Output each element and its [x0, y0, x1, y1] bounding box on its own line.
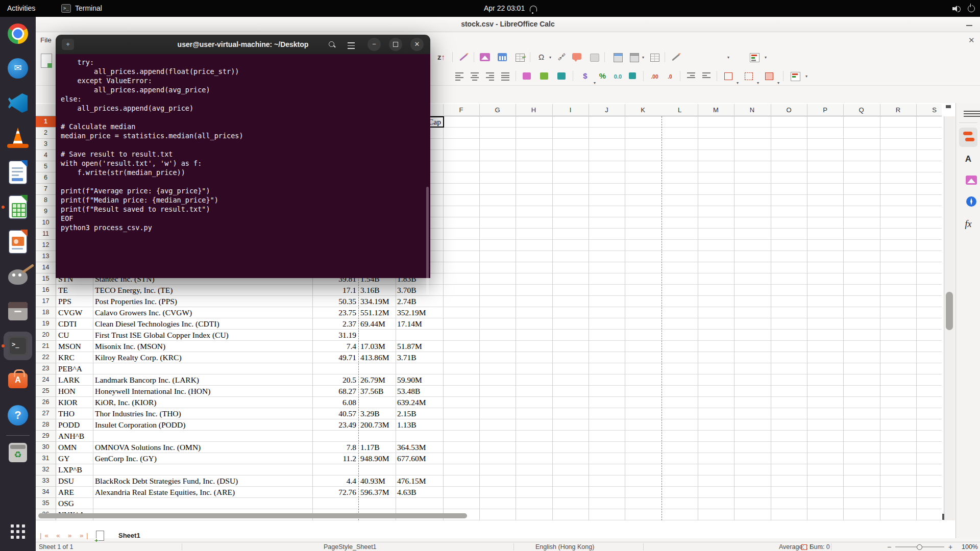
terminal-body[interactable]: try: all_prices.append(float(price_str))… — [56, 54, 430, 278]
column-header-H[interactable]: H — [516, 104, 552, 116]
dock-item-trash[interactable] — [6, 440, 30, 465]
insert-comment-icon[interactable] — [571, 51, 583, 63]
align-left-icon[interactable] — [453, 70, 466, 82]
column-header-P[interactable]: P — [807, 104, 843, 116]
table-row[interactable]: KIORKiOR, Inc. (KIOR)6.08639.24M — [36, 397, 942, 408]
terminal-close-button[interactable]: ✕ — [410, 38, 424, 51]
sidebar-functions-icon[interactable]: fx — [959, 216, 977, 233]
special-character-icon[interactable]: Ω — [535, 51, 548, 63]
clock-button[interactable]: Apr 22 03:01 — [484, 0, 537, 17]
hyperlink-icon[interactable]: 🔗︎ — [555, 51, 568, 63]
hamburger-menu-icon[interactable] — [345, 38, 358, 51]
new-tab-icon[interactable] — [62, 39, 74, 50]
column-header-J[interactable]: J — [589, 104, 625, 116]
activities-button[interactable]: Activities — [7, 0, 35, 17]
table-row[interactable]: THOThor Industries Inc. (THO)40.573.29B2… — [36, 408, 942, 419]
tab-sheet1[interactable]: Sheet1 — [112, 530, 146, 542]
percent-format-icon[interactable]: % — [596, 70, 609, 82]
table-row[interactable]: LARKLandmark Bancorp Inc. (LARK)20.526.7… — [36, 374, 942, 386]
vertical-scrollbar-thumb[interactable] — [946, 292, 953, 330]
column-header-O[interactable]: O — [771, 104, 807, 116]
power-icon[interactable] — [968, 5, 975, 12]
zoom-slider-knob[interactable] — [917, 544, 922, 550]
headers-footers-icon[interactable] — [588, 51, 601, 63]
row-header[interactable]: 5 — [36, 161, 56, 172]
conditional-styles-icon[interactable] — [789, 70, 802, 82]
terminal-maximize-button[interactable] — [389, 38, 402, 51]
currency-format-icon[interactable]: $▾ — [579, 70, 592, 82]
dock-item-vscode[interactable] — [6, 91, 30, 115]
zoom-in-icon[interactable]: + — [948, 542, 952, 551]
horizontal-scrollbar-thumb[interactable] — [38, 513, 467, 518]
row-header[interactable]: 9 — [36, 206, 56, 217]
freeze-rows-dropdown[interactable]: ▾ — [727, 55, 729, 60]
dock-item-vlc[interactable] — [6, 126, 30, 150]
clone-formatting-icon[interactable] — [457, 51, 470, 63]
close-document-icon[interactable]: ✕ — [968, 32, 975, 48]
indent-increase-icon[interactable] — [685, 70, 698, 82]
merge-cells-icon[interactable] — [538, 70, 551, 82]
column-header-Q[interactable]: Q — [843, 104, 879, 116]
horizontal-scrollbar[interactable] — [36, 513, 980, 519]
column-header-R[interactable]: R — [880, 104, 916, 116]
sort-descending-icon[interactable]: z↑ — [435, 51, 448, 63]
table-row[interactable]: CVGWCalavo Growers Inc. (CVGW)23.75551.1… — [36, 307, 942, 318]
row-header[interactable]: 6 — [36, 172, 56, 184]
zoom-out-icon[interactable]: − — [887, 542, 891, 551]
row-header[interactable]: 7 — [36, 184, 56, 195]
table-row[interactable]: OMNOMNOVA Solutions Inc. (OMN)7.81.17B36… — [36, 442, 942, 453]
column-header-F[interactable]: F — [443, 104, 479, 116]
table-row[interactable]: PPSPost Properties Inc. (PPS)50.35334.19… — [36, 296, 942, 307]
row-header[interactable]: 12 — [36, 240, 56, 251]
conditional-formatting-icon[interactable] — [748, 51, 761, 63]
number-format-icon[interactable]: 0.0 — [611, 70, 624, 82]
column-header-I[interactable]: I — [552, 104, 589, 116]
row-header[interactable]: 8 — [36, 195, 56, 206]
zoom-level[interactable]: 100% — [955, 542, 978, 551]
vertical-scrollbar[interactable] — [944, 116, 955, 520]
sidebar-properties-icon[interactable] — [959, 128, 977, 147]
special-character-dropdown[interactable]: ▾ — [549, 55, 551, 60]
insert-image-icon[interactable] — [479, 51, 492, 63]
row-header-1[interactable]: 1 — [36, 116, 56, 128]
draw-line-icon[interactable] — [670, 51, 682, 63]
sheet-nav-arrows[interactable]: |« « » »| — [40, 532, 91, 539]
borders-icon[interactable]: ▾ — [722, 70, 734, 82]
table-row[interactable]: ANH^B — [36, 431, 942, 442]
volume-icon[interactable] — [952, 6, 960, 12]
show-grid-icon[interactable] — [648, 51, 661, 63]
table-row[interactable]: CUFirst Trust ISE Global Copper Index (C… — [36, 330, 942, 341]
insert-chart-icon[interactable] — [496, 51, 509, 63]
dock-item-chrome[interactable] — [6, 21, 30, 46]
terminal-minimize-button[interactable]: − — [368, 38, 381, 51]
table-row[interactable]: OSG — [36, 498, 942, 509]
border-style-icon[interactable]: ▾ — [742, 70, 755, 82]
terminal-title-bar[interactable]: user@user-virtual-machine: ~/Desktop − ✕ — [56, 35, 430, 55]
date-format-icon[interactable] — [627, 70, 640, 82]
merge-center-icon[interactable] — [521, 70, 533, 82]
wrap-text-icon[interactable] — [555, 70, 568, 82]
table-row[interactable]: AREAlexandria Real Estate Equities, Inc.… — [36, 487, 942, 498]
column-header-N[interactable]: N — [734, 104, 770, 116]
calc-title-bar[interactable]: stock.csv - LibreOffice Calc — [36, 17, 980, 32]
row-header[interactable]: 3 — [36, 139, 56, 150]
row-header[interactable]: 13 — [36, 251, 56, 262]
insert-pivot-table-icon[interactable]: ↵ — [513, 51, 526, 63]
table-row[interactable]: TETECO Energy, Inc. (TE)17.13.16B3.70B — [36, 285, 942, 296]
dock-item-gimp[interactable] — [6, 264, 30, 289]
sidebar-gallery-icon[interactable] — [959, 172, 977, 189]
table-row[interactable]: PODDInsulet Corporation (PODD)23.49200.7… — [36, 419, 942, 431]
dock-item-calc[interactable] — [6, 195, 30, 219]
focused-app-indicator[interactable]: >_ Terminal — [61, 0, 102, 17]
row-header[interactable]: 4 — [36, 150, 56, 161]
show-applications-button[interactable] — [6, 519, 30, 544]
table-row[interactable]: DSUBlackRock Debt Strategies Fund, Inc. … — [36, 475, 942, 487]
sidebar-navigator-icon[interactable] — [959, 194, 977, 210]
add-sheet-icon[interactable] — [96, 531, 104, 541]
table-row[interactable]: KRCKilroy Realty Corp. (KRC)49.71413.86M… — [36, 352, 942, 363]
page-style[interactable]: PageStyle_Sheet1 — [324, 542, 377, 551]
table-row[interactable]: LXP^B — [36, 464, 942, 475]
border-color-icon[interactable]: ▾ — [763, 70, 775, 82]
dock-item-terminal[interactable] — [6, 334, 30, 358]
align-right-icon[interactable] — [484, 70, 497, 82]
